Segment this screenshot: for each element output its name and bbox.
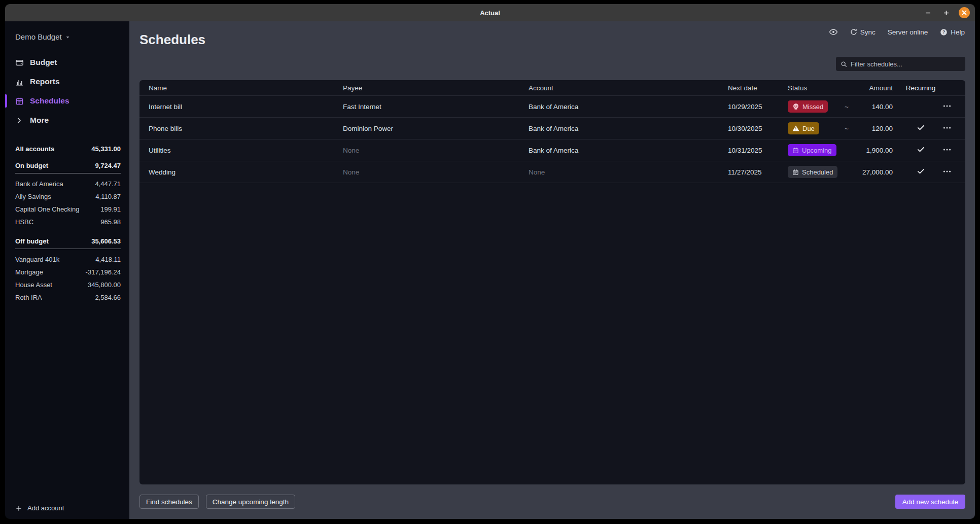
schedule-row[interactable]: UtilitiesNoneBank of America10/31/2025Up… (139, 139, 965, 161)
all-accounts-label: All accounts (15, 145, 54, 153)
sidebar-item-label: Schedules (30, 96, 69, 106)
account-group-value: 9,724.47 (95, 162, 121, 169)
schedule-payee: None (334, 168, 519, 176)
titlebar[interactable]: Actual (5, 4, 975, 21)
account-name: HSBC (15, 218, 33, 226)
schedule-recurring-cell (903, 145, 938, 155)
account-row[interactable]: Capital One Checking199.91 (15, 203, 121, 216)
add-account-button[interactable]: Add account (15, 504, 64, 512)
plus-icon (15, 505, 22, 512)
minimize-button[interactable] (922, 7, 933, 18)
schedule-account: Bank of America (519, 103, 719, 111)
schedule-amount: 27,000.00 (860, 168, 903, 176)
table-footer: Find schedules Change upcoming length Ad… (129, 484, 975, 519)
schedule-recurring-cell (903, 167, 938, 177)
sidebar-item-more[interactable]: More (5, 111, 129, 130)
schedule-payee: Dominion Power (334, 125, 519, 132)
account-name: House Asset (15, 281, 52, 289)
search-icon (841, 61, 847, 67)
account-row[interactable]: House Asset345,800.00 (15, 278, 121, 291)
sidebar-item-budget[interactable]: Budget (5, 53, 129, 72)
sync-button[interactable]: Sync (850, 28, 876, 36)
account-group-value: 35,606.53 (91, 237, 121, 245)
row-menu-button[interactable] (940, 165, 954, 180)
help-label: Help (951, 28, 965, 36)
sidebar-item-reports[interactable]: Reports (5, 72, 129, 91)
help-button[interactable]: ? Help (940, 28, 965, 36)
privacy-eye-button[interactable] (829, 27, 838, 37)
svg-text:?: ? (942, 29, 945, 34)
column-header-recurring: Recurring (903, 84, 938, 92)
account-name: Vanguard 401k (15, 256, 59, 263)
add-new-schedule-button[interactable]: Add new schedule (895, 495, 965, 509)
account-name: Roth IRA (15, 294, 42, 301)
schedule-name: Wedding (139, 168, 334, 176)
budget-switcher[interactable]: Demo Budget (15, 32, 70, 41)
account-balance: 965.98 (100, 218, 121, 226)
ellipsis-icon (942, 167, 952, 178)
status-badge: Missed (788, 100, 828, 113)
filter-schedules-box (836, 57, 965, 71)
status-badge-label: Scheduled (802, 168, 833, 176)
schedule-account: Bank of America (519, 125, 719, 132)
status-badge-label: Upcoming (802, 147, 832, 154)
row-menu-button[interactable] (940, 121, 954, 136)
schedule-name: Internet bill (139, 103, 334, 111)
account-balance: 4,418.11 (95, 256, 121, 263)
account-row[interactable]: Bank of America4,447.71 (15, 178, 121, 190)
sidebar-item-schedules[interactable]: Schedules (5, 91, 129, 111)
schedule-next-date: 10/30/2025 (719, 125, 779, 132)
schedule-row[interactable]: Phone billsDominion PowerBank of America… (139, 118, 965, 139)
row-menu-button[interactable] (940, 143, 954, 158)
ellipsis-icon (942, 123, 952, 134)
window-controls (922, 4, 970, 21)
check-icon (917, 167, 925, 177)
schedule-menu-cell (938, 121, 965, 136)
close-button[interactable] (959, 7, 970, 18)
account-balance: 4,447.71 (95, 180, 121, 188)
account-row[interactable]: Vanguard 401k4,418.11 (15, 253, 121, 266)
account-balance: -317,196.24 (86, 268, 121, 276)
server-status-label: Server online (888, 28, 928, 36)
maximize-button[interactable] (940, 7, 952, 18)
sidebar: Demo Budget BudgetReportsSchedulesMore A… (5, 21, 129, 519)
wallet-icon (15, 58, 24, 67)
calendar-badge-icon (792, 169, 799, 176)
schedule-next-date: 10/29/2025 (719, 103, 779, 111)
schedule-status-cell: Upcoming (779, 144, 845, 156)
schedule-amount: 120.00 (860, 125, 903, 132)
schedule-menu-cell (938, 165, 965, 180)
ellipsis-icon (942, 101, 952, 112)
account-row[interactable]: Ally Savings4,110.87 (15, 190, 121, 203)
schedule-amount: 1,900.00 (860, 147, 903, 154)
server-status[interactable]: Server online (888, 28, 928, 36)
app-window: Actual Demo Budget BudgetReportsSchedule… (5, 4, 975, 519)
check-icon (917, 123, 925, 133)
account-name: Bank of America (15, 180, 63, 188)
chevron-right-icon (15, 117, 24, 124)
all-accounts-row[interactable]: All accounts 45,331.00 (15, 145, 121, 153)
topbar: Sync Server online ? Help (829, 27, 965, 37)
row-menu-button[interactable] (940, 99, 954, 114)
filter-schedules-input[interactable] (851, 60, 961, 68)
account-group: On budget9,724.47Bank of America4,447.71… (15, 162, 121, 228)
sidebar-item-label: More (30, 116, 49, 125)
schedule-row[interactable]: Internet billFast InternetBank of Americ… (139, 96, 965, 118)
account-row[interactable]: Roth IRA2,584.66 (15, 291, 121, 304)
account-row[interactable]: Mortgage-317,196.24 (15, 266, 121, 278)
account-row[interactable]: HSBC965.98 (15, 216, 121, 228)
help-icon: ? (940, 28, 948, 36)
account-group: Off budget35,606.53Vanguard 401k4,418.11… (15, 237, 121, 304)
check-icon (917, 145, 925, 155)
schedules-table: NamePayeeAccountNext dateStatusAmountRec… (139, 80, 965, 484)
eye-icon (829, 27, 838, 37)
schedule-row[interactable]: WeddingNoneNone11/27/2025Scheduled27,000… (139, 161, 965, 183)
find-schedules-button[interactable]: Find schedules (139, 495, 199, 509)
column-header-status: Status (779, 84, 845, 92)
change-upcoming-length-button[interactable]: Change upcoming length (206, 495, 295, 509)
calendar-badge-icon (792, 147, 799, 154)
main-content: Sync Server online ? Help Schedules (129, 21, 975, 519)
account-name: Mortgage (15, 268, 43, 276)
schedule-payee: None (334, 147, 519, 154)
status-badge-label: Due (802, 125, 815, 132)
